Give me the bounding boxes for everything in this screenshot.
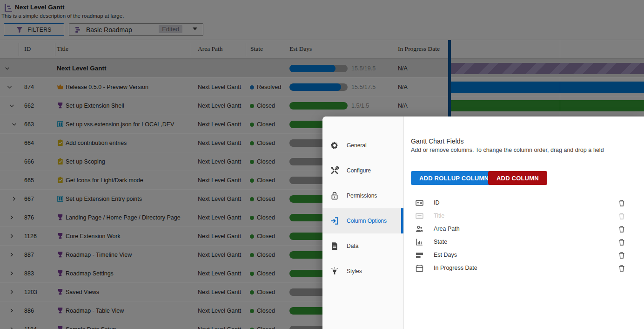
settings-nav-column-options[interactable]: Column Options	[322, 208, 403, 233]
people-icon	[416, 225, 423, 233]
settings-nav-permissions[interactable]: Permissions	[322, 183, 403, 208]
add-rollup-column-button[interactable]: ADD ROLLUP COLUMN	[411, 171, 497, 185]
panel-title: Gantt Chart Fields	[411, 137, 464, 145]
settings-nav: General Configure Permissions Column Opt…	[322, 117, 404, 329]
field-row-in-progress-date[interactable]: In Progress Date	[411, 261, 625, 274]
settings-nav-configure[interactable]: Configure	[322, 158, 403, 183]
field-row-title[interactable]: Title	[411, 209, 625, 222]
column-options-icon	[330, 217, 339, 225]
lock-icon	[330, 192, 339, 200]
field-row-area-path[interactable]: Area Path	[411, 222, 625, 235]
field-row-id[interactable]: ID	[411, 196, 625, 209]
tools-icon	[330, 166, 339, 175]
delete-field-button[interactable]	[618, 199, 625, 207]
gear-icon	[330, 141, 339, 150]
brush-icon	[330, 267, 339, 275]
delete-field-button	[618, 212, 625, 220]
add-column-button[interactable]: ADD COLUMN	[488, 171, 547, 185]
chart-icon	[416, 238, 423, 246]
settings-nav-styles[interactable]: Styles	[322, 259, 403, 284]
document-icon	[330, 242, 339, 250]
delete-field-button[interactable]	[618, 264, 625, 272]
settings-content: Gantt Chart Fields Add or remove columns…	[404, 117, 644, 329]
settings-nav-general[interactable]: General	[322, 133, 403, 158]
settings-modal: General Configure Permissions Column Opt…	[322, 117, 644, 329]
divider	[411, 161, 644, 161]
delete-field-button[interactable]	[618, 238, 625, 246]
calendar-icon	[416, 264, 423, 272]
delete-field-button[interactable]	[618, 251, 625, 259]
text-lines-icon	[416, 212, 423, 220]
field-list: ID Title Area Path State Est Days In Pro…	[411, 196, 625, 274]
panel-subtitle: Add or remove columns. To change the col…	[411, 147, 604, 153]
settings-nav-data[interactable]: Data	[322, 233, 403, 259]
field-row-state[interactable]: State	[411, 235, 625, 248]
delete-field-button[interactable]	[618, 225, 625, 233]
id-card-icon	[416, 199, 423, 207]
field-row-est-days[interactable]: Est Days	[411, 248, 625, 261]
gantt-app: Next Level Gantt This is a simple descri…	[0, 0, 644, 329]
rows-icon	[416, 251, 423, 259]
